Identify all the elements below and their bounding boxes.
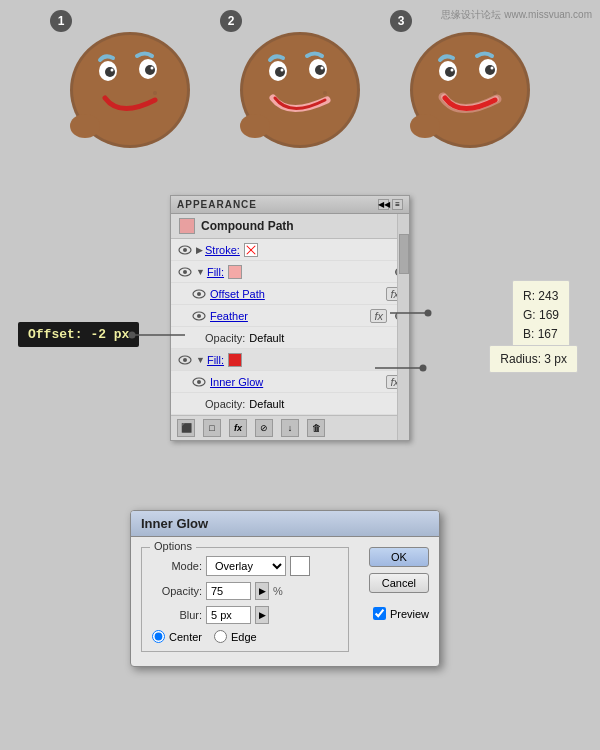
svg-point-40 <box>183 248 187 252</box>
edge-radio[interactable] <box>214 630 227 643</box>
cancel-button[interactable]: Cancel <box>369 573 429 593</box>
cookie-2-image <box>225 18 375 158</box>
fill-2-row: ▼ Fill: <box>171 349 409 371</box>
inner-glow-visibility-eye[interactable] <box>191 374 207 390</box>
stroke-visibility-eye[interactable] <box>177 242 193 258</box>
dialog-options: Options Mode: Overlay Opacity: ▶ % <box>141 547 349 656</box>
fill-1-expand-arrow[interactable]: ▼ <box>196 267 205 277</box>
svg-point-42 <box>183 270 187 274</box>
offset-tooltip: Offset: -2 px <box>18 322 139 347</box>
color-arrow <box>390 308 430 318</box>
duplicate-icon[interactable]: □ <box>203 419 221 437</box>
svg-point-38 <box>410 114 440 138</box>
offset-path-label[interactable]: Offset Path <box>210 288 265 300</box>
cookie-examples-section: 1 2 <box>0 0 600 170</box>
delete-icon[interactable]: 🗑 <box>307 419 325 437</box>
opacity-2-row: Opacity: Default <box>171 393 409 415</box>
clear-icon[interactable]: ⊘ <box>255 419 273 437</box>
new-art-icon[interactable]: ⬛ <box>177 419 195 437</box>
move-down-icon[interactable]: ↓ <box>281 419 299 437</box>
panel-controls[interactable]: ◀◀ ≡ <box>378 199 403 210</box>
color-tooltip: R: 243 G: 169 B: 167 <box>512 280 570 352</box>
ok-button[interactable]: OK <box>369 547 429 567</box>
fill-1-swatch[interactable] <box>228 265 242 279</box>
svg-point-21 <box>281 69 284 72</box>
dialog-title: Inner Glow <box>131 511 439 537</box>
svg-point-4 <box>153 91 157 95</box>
panel-menu-btn[interactable]: ≡ <box>392 199 403 210</box>
blur-label: Blur: <box>152 609 202 621</box>
opacity-input[interactable] <box>206 582 251 600</box>
svg-point-25 <box>240 114 270 138</box>
svg-point-52 <box>129 332 136 339</box>
svg-point-10 <box>145 65 155 75</box>
compound-path-swatch <box>179 218 195 234</box>
center-radio[interactable] <box>152 630 165 643</box>
panel-inner: Compound Path ▶ Stroke: ▼ Fill: <box>171 214 409 440</box>
panel-title: APPEARANCE <box>177 199 257 210</box>
stroke-swatch[interactable] <box>244 243 258 257</box>
svg-point-33 <box>445 67 455 77</box>
svg-point-54 <box>425 310 432 317</box>
offset-arrow <box>130 330 190 340</box>
fill-1-visibility-eye[interactable] <box>177 264 193 280</box>
svg-point-37 <box>491 67 494 70</box>
edge-radio-label[interactable]: Edge <box>214 630 257 643</box>
cookie-3-container: 3 <box>395 18 545 158</box>
stroke-row: ▶ Stroke: <box>171 239 409 261</box>
blur-stepper[interactable]: ▶ <box>255 606 269 624</box>
blur-input[interactable] <box>206 606 251 624</box>
svg-point-34 <box>451 69 454 72</box>
inner-glow-row: Inner Glow fx <box>171 371 409 393</box>
fill-2-swatch[interactable] <box>228 353 242 367</box>
radius-arrow <box>375 363 425 373</box>
panel-footer: ⬛ □ fx ⊘ ↓ 🗑 <box>171 415 409 440</box>
scroll-thumb[interactable] <box>399 234 409 274</box>
panel-scrollbar[interactable] <box>397 214 409 440</box>
mode-row: Mode: Overlay <box>152 556 338 576</box>
dialog-body: Options Mode: Overlay Opacity: ▶ % <box>131 537 439 666</box>
svg-point-11 <box>151 67 154 70</box>
cookie-2-container: 2 <box>225 18 375 158</box>
feather-visibility-eye[interactable] <box>191 308 207 324</box>
color-g: G: 169 <box>523 306 559 325</box>
mode-label: Mode: <box>152 560 202 572</box>
mode-select[interactable]: Overlay <box>206 556 286 576</box>
preview-checkbox-label[interactable]: Preview <box>373 607 429 620</box>
panel-titlebar: APPEARANCE ◀◀ ≡ <box>171 196 409 214</box>
panel-collapse-btn[interactable]: ◀◀ <box>378 199 389 210</box>
svg-point-20 <box>275 67 285 77</box>
svg-point-50 <box>197 380 201 384</box>
svg-point-56 <box>420 365 427 372</box>
fill-2-label[interactable]: Fill: <box>207 354 224 366</box>
cookie-3-image <box>395 18 545 158</box>
opacity-1-row: Opacity: Default <box>171 327 409 349</box>
color-r: R: 243 <box>523 287 559 306</box>
stroke-label[interactable]: Stroke: <box>205 244 240 256</box>
svg-point-30 <box>493 91 497 95</box>
options-group: Options Mode: Overlay Opacity: ▶ % <box>141 547 349 652</box>
radius-tooltip: Radius: 3 px <box>489 345 578 373</box>
feather-fx[interactable]: fx <box>370 309 387 323</box>
svg-point-48 <box>183 358 187 362</box>
preview-checkbox[interactable] <box>373 607 386 620</box>
feather-label[interactable]: Feather <box>210 310 248 322</box>
appearance-panel: APPEARANCE ◀◀ ≡ Compound Path ▶ Stroke: … <box>170 195 410 441</box>
fill-1-label[interactable]: Fill: <box>207 266 224 278</box>
blur-row: Blur: ▶ <box>152 606 338 624</box>
preview-label: Preview <box>390 608 429 620</box>
edge-label: Edge <box>231 631 257 643</box>
stroke-expand-arrow[interactable]: ▶ <box>196 245 203 255</box>
mode-color-swatch[interactable] <box>290 556 310 576</box>
center-radio-label[interactable]: Center <box>152 630 202 643</box>
inner-glow-label[interactable]: Inner Glow <box>210 376 263 388</box>
opacity-stepper[interactable]: ▶ <box>255 582 269 600</box>
svg-point-36 <box>485 65 495 75</box>
cookie-2-number: 2 <box>220 10 242 32</box>
compound-path-label: Compound Path <box>201 219 294 233</box>
effects-icon[interactable]: fx <box>229 419 247 437</box>
fill-2-visibility-eye[interactable] <box>177 352 193 368</box>
offset-path-visibility-eye[interactable] <box>191 286 207 302</box>
fill-2-expand-arrow[interactable]: ▼ <box>196 355 205 365</box>
dialog-buttons: OK Cancel Preview <box>359 547 429 656</box>
